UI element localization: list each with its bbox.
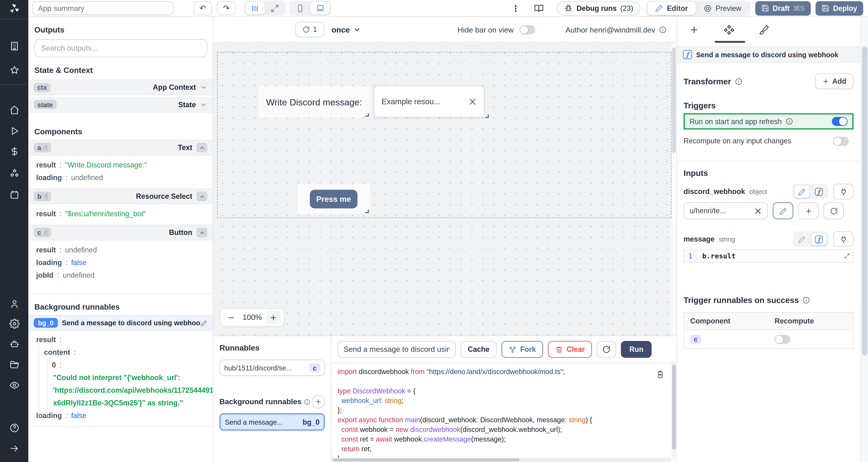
schedules-calendar-icon[interactable] — [9, 190, 19, 200]
debug-runs-button[interactable]: Debug runs (23) — [557, 1, 640, 15]
canvas-scrollbar[interactable] — [672, 43, 676, 335]
windmill-logo-icon[interactable] — [8, 2, 20, 17]
edit-pencil-icon[interactable] — [201, 320, 207, 326]
draft-button[interactable]: Draft ⌘S — [755, 1, 811, 15]
state-row[interactable]: state State — [28, 97, 213, 113]
info-icon[interactable] — [735, 77, 742, 85]
static-mode-button[interactable] — [794, 232, 810, 246]
mobile-view-button[interactable] — [290, 2, 310, 14]
help-icon[interactable] — [9, 423, 19, 433]
run-button[interactable]: Run — [621, 341, 652, 358]
workspace-buildings-icon[interactable] — [9, 41, 19, 51]
recompute-c-toggle[interactable] — [775, 335, 790, 344]
zoom-out-button[interactable] — [224, 311, 238, 324]
section-divider — [677, 161, 860, 161]
ctx-row[interactable]: ctx App Context — [28, 79, 213, 95]
message-expression-editor[interactable]: 1 b.result — [684, 250, 854, 263]
clear-x-icon[interactable] — [468, 97, 477, 106]
selected-component-title: Send a message to discord using webhook — [696, 51, 838, 58]
chevron-up-icon[interactable] — [196, 192, 207, 201]
resize-handle[interactable] — [365, 209, 369, 213]
folders-icon[interactable] — [9, 360, 19, 370]
tab-insert-component[interactable] — [683, 19, 705, 41]
expand-icon[interactable] — [843, 253, 850, 260]
refresh-resource-button[interactable] — [824, 202, 844, 219]
home-icon[interactable] — [9, 105, 19, 115]
resize-handle[interactable] — [365, 113, 369, 117]
search-outputs-input[interactable] — [34, 39, 207, 57]
recompute-toggle[interactable] — [833, 136, 849, 145]
bg-runnable-item[interactable]: Send a message... bg_0 — [219, 413, 325, 431]
add-transformer-button[interactable]: Add — [815, 73, 854, 89]
clear-x-icon[interactable] — [754, 207, 762, 215]
component-a-row[interactable]: a☝ Text — [28, 140, 213, 156]
add-resource-button[interactable] — [798, 202, 818, 219]
user-icon[interactable] — [9, 299, 19, 309]
chevron-up-icon[interactable] — [196, 143, 207, 153]
clear-button[interactable]: Clear — [548, 341, 592, 358]
right-panel-scrollbar[interactable] — [860, 17, 868, 462]
desktop-view-button[interactable] — [310, 2, 330, 14]
undo-button[interactable]: ↶ — [193, 1, 212, 15]
chevron-down-icon[interactable] — [200, 101, 207, 108]
tab-preview[interactable]: Preview — [695, 2, 749, 15]
component-c-row[interactable]: c☝ Button — [28, 225, 213, 240]
redo-button[interactable]: ↷ — [217, 1, 236, 15]
more-menu-button[interactable]: ⋮ — [508, 3, 523, 13]
runs-play-icon[interactable] — [9, 126, 19, 136]
trigger-runnables-table: Component Recompute c — [684, 312, 854, 349]
eval-mode-button[interactable] — [811, 232, 827, 246]
static-mode-button[interactable] — [794, 185, 810, 198]
bg0-row[interactable]: bg_0 Send a message to discord using web… — [28, 315, 213, 331]
audit-eye-icon[interactable] — [9, 380, 19, 390]
resource-picker[interactable]: u/henri/te... — [684, 202, 768, 219]
resource-select-component[interactable]: Example resou... — [374, 86, 485, 118]
expand-sidebar-arrow-icon[interactable] — [9, 443, 19, 454]
runnable-item-hub[interactable]: hub/1511/discord/se... c — [219, 360, 325, 376]
clipboard-copy-icon[interactable] — [656, 370, 664, 379]
variables-dollar-icon[interactable] — [9, 146, 19, 157]
trash-icon — [555, 345, 563, 353]
resize-handle[interactable] — [485, 114, 489, 118]
connect-plug-button[interactable] — [833, 231, 854, 247]
refresh-count-button[interactable]: 1 — [296, 22, 324, 37]
deploy-button[interactable]: Deploy — [815, 1, 863, 15]
workers-robot-icon[interactable] — [9, 339, 19, 349]
text-component[interactable]: Write Discord message: — [258, 86, 370, 118]
hide-bar-toggle[interactable] — [520, 25, 535, 34]
chevron-down-icon[interactable] — [200, 84, 207, 91]
code-vertical-scrollbar[interactable] — [672, 363, 676, 458]
tab-editor[interactable]: Editor — [648, 2, 695, 15]
zoom-in-button[interactable] — [267, 311, 280, 324]
settings-gear-icon[interactable] — [9, 319, 19, 329]
tab-styling[interactable] — [753, 19, 775, 41]
info-icon[interactable] — [304, 399, 310, 405]
connect-plug-button[interactable] — [833, 184, 854, 199]
tab-component-settings[interactable] — [718, 19, 740, 41]
app-summary-input[interactable] — [32, 1, 174, 15]
edit-resource-button[interactable] — [773, 202, 793, 219]
docs-book-button[interactable] — [534, 3, 544, 13]
run-mode-select[interactable]: once — [332, 22, 361, 37]
eval-mode-button[interactable] — [811, 185, 827, 198]
info-icon[interactable] — [659, 26, 667, 34]
favorites-star-icon[interactable] — [9, 65, 19, 75]
chevron-up-icon[interactable] — [196, 228, 207, 237]
code-editor[interactable]: import discordwebhook from "https://deno… — [332, 363, 676, 462]
code-horizontal-scrollbar[interactable] — [332, 458, 672, 462]
reload-button[interactable] — [597, 341, 616, 358]
info-icon[interactable] — [785, 118, 793, 125]
run-on-start-toggle[interactable] — [832, 117, 847, 126]
app-canvas[interactable]: Write Discord message: Example resou... … — [213, 43, 676, 335]
component-b-row[interactable]: b☝ Resource Select — [28, 189, 213, 204]
resources-boxes-icon[interactable] — [9, 169, 19, 179]
fork-button[interactable]: Fork — [501, 341, 543, 358]
script-name-input[interactable] — [338, 341, 456, 358]
fullscreen-button[interactable] — [265, 2, 284, 14]
component-c-chip[interactable]: c — [690, 335, 701, 344]
press-me-button[interactable]: Press me — [310, 190, 358, 208]
info-icon[interactable] — [803, 296, 810, 304]
align-center-button[interactable] — [245, 2, 265, 14]
cache-button[interactable]: Cache — [461, 341, 497, 358]
add-bg-runnable-button[interactable] — [312, 395, 325, 408]
